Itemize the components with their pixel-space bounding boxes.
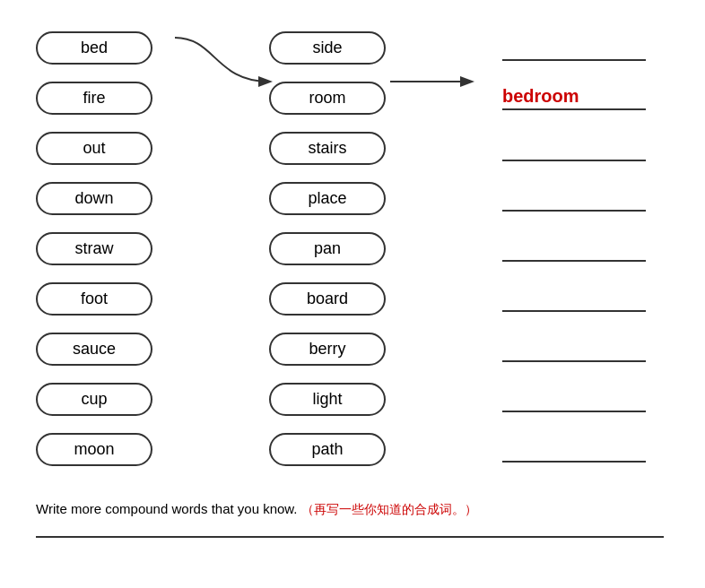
row-place: place bbox=[269, 177, 448, 219]
answer-bedroom: bedroom bbox=[502, 86, 646, 110]
word-place: place bbox=[269, 182, 386, 215]
right-column: side room stairs place pan board berry l… bbox=[269, 27, 448, 470]
answer-line-8[interactable] bbox=[502, 385, 646, 412]
row-side: side bbox=[269, 27, 448, 68]
row-straw: straw bbox=[36, 228, 215, 269]
word-out: out bbox=[36, 132, 152, 165]
row-fire: fire bbox=[36, 77, 215, 118]
answer-line-1[interactable] bbox=[502, 34, 646, 61]
answer-row-4 bbox=[502, 177, 646, 219]
row-board: board bbox=[269, 278, 448, 319]
instruction-chinese: （再写一些你知道的合成词。） bbox=[301, 502, 477, 516]
word-pan: pan bbox=[269, 232, 386, 265]
word-foot: foot bbox=[36, 282, 152, 316]
row-moon: moon bbox=[36, 428, 215, 470]
word-moon: moon bbox=[36, 433, 152, 466]
row-cup: cup bbox=[36, 378, 215, 419]
word-board: board bbox=[269, 282, 386, 316]
row-berry: berry bbox=[269, 328, 448, 369]
word-path: path bbox=[269, 433, 386, 466]
word-straw: straw bbox=[36, 232, 152, 265]
word-room: room bbox=[269, 82, 386, 115]
instruction-english: Write more compound words that you know. bbox=[36, 501, 298, 516]
answer-line-4[interactable] bbox=[502, 185, 646, 212]
answer-row-9 bbox=[502, 428, 646, 470]
row-out: out bbox=[36, 127, 215, 169]
row-sauce: sauce bbox=[36, 328, 215, 369]
answer-row-5 bbox=[502, 228, 646, 269]
word-cup: cup bbox=[36, 383, 152, 416]
left-column: bed fire out down straw foot sauce cup m… bbox=[36, 27, 215, 470]
row-light: light bbox=[269, 378, 448, 419]
word-light: light bbox=[269, 383, 386, 416]
row-room: room bbox=[269, 77, 448, 118]
word-berry: berry bbox=[269, 333, 386, 366]
answer-row-6 bbox=[502, 278, 646, 319]
word-stairs: stairs bbox=[269, 132, 386, 165]
word-sauce: sauce bbox=[36, 333, 152, 366]
row-foot: foot bbox=[36, 278, 215, 319]
row-path: path bbox=[269, 428, 448, 470]
instruction-area: Write more compound words that you know.… bbox=[36, 501, 669, 518]
word-side: side bbox=[269, 31, 386, 65]
answer-line-5[interactable] bbox=[502, 235, 646, 262]
answer-row-7 bbox=[502, 328, 646, 369]
answers-column: bedroom bbox=[502, 27, 646, 470]
answer-line-9[interactable] bbox=[502, 436, 646, 463]
word-down: down bbox=[36, 182, 152, 215]
answer-line-3[interactable] bbox=[502, 134, 646, 161]
row-down: down bbox=[36, 177, 215, 219]
word-fire: fire bbox=[36, 82, 152, 115]
answer-row-1 bbox=[502, 27, 646, 68]
answer-line-6[interactable] bbox=[502, 285, 646, 312]
answer-row-8 bbox=[502, 378, 646, 419]
answer-line-7[interactable] bbox=[502, 335, 646, 362]
bottom-write-line[interactable] bbox=[36, 536, 664, 538]
answer-row-3 bbox=[502, 127, 646, 169]
row-bed: bed bbox=[36, 27, 215, 68]
row-stairs: stairs bbox=[269, 127, 448, 169]
word-bed: bed bbox=[36, 31, 152, 65]
answer-row-2: bedroom bbox=[502, 77, 646, 118]
row-pan: pan bbox=[269, 228, 448, 269]
